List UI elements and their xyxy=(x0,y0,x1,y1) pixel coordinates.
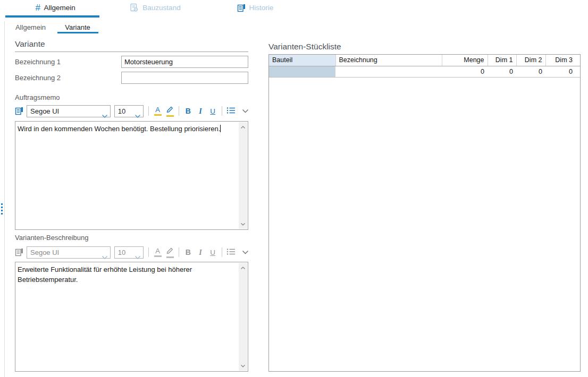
bold-button: B xyxy=(182,245,194,259)
memo-journal-icon xyxy=(15,107,23,115)
active-subtab-underline xyxy=(57,32,98,33)
bullet-list-icon xyxy=(226,248,236,257)
underline-icon: U xyxy=(210,108,215,115)
toolbar-overflow-button[interactable] xyxy=(242,251,248,254)
font-size-value: 10 xyxy=(118,107,125,115)
beschreibung-textarea[interactable]: Erweiterte Funktionalität für erhöhte Le… xyxy=(15,262,248,372)
panel-divider xyxy=(4,21,5,377)
bezeichnung2-input[interactable] xyxy=(121,72,248,84)
tab-label: Allgemein xyxy=(44,4,75,12)
bold-button[interactable]: B xyxy=(182,104,194,118)
text-caret xyxy=(220,125,221,132)
chevron-down-icon xyxy=(102,251,107,262)
tab-label: Historie xyxy=(249,4,274,12)
toolbar-overflow-button[interactable] xyxy=(242,109,248,113)
chevron-down-icon xyxy=(135,251,140,262)
tab-label: Bauzustand xyxy=(142,4,180,12)
bezeichnung2-row: Bezeichnung 2 xyxy=(15,72,248,84)
scroll-up-icon[interactable] xyxy=(239,263,247,272)
font-size-select: 10 xyxy=(114,246,144,259)
font-color-button[interactable]: A xyxy=(152,104,164,118)
underline-button[interactable]: U xyxy=(207,104,219,118)
highlight-button[interactable] xyxy=(164,104,176,118)
italic-button: I xyxy=(194,245,206,259)
font-color-icon: A xyxy=(155,106,160,113)
underline-icon: U xyxy=(210,249,215,256)
tab-historie[interactable]: Historie xyxy=(205,0,305,15)
beschreibung-toolbar: Segoe UI 10 A xyxy=(15,245,248,260)
italic-button[interactable]: I xyxy=(194,104,206,118)
scroll-down-icon[interactable] xyxy=(239,362,247,370)
font-family-value: Segoe UI xyxy=(30,249,59,256)
bezeichnung2-label: Bezeichnung 2 xyxy=(15,74,61,82)
col-header-bauteil[interactable]: Bauteil xyxy=(269,55,335,66)
cell-dim1[interactable]: 0 xyxy=(488,66,516,77)
font-family-value: Segoe UI xyxy=(30,107,59,115)
auftragsmemo-textarea[interactable]: Wird in den kommenden Wochen benötigt. B… xyxy=(15,121,248,230)
col-header-dim1[interactable]: Dim 1 xyxy=(488,55,516,66)
bullet-list-button xyxy=(225,245,237,259)
col-header-menge[interactable]: Menge xyxy=(442,55,488,66)
bezeichnung1-row: Bezeichnung 1 xyxy=(15,56,248,68)
bold-icon: B xyxy=(186,108,191,115)
journal-icon xyxy=(237,4,246,12)
top-tab-bar: # Allgemein Bauzustand xyxy=(5,0,305,15)
beschreibung-text: Erweiterte Funktionalität für erhöhte Le… xyxy=(15,262,238,371)
table-header-row: Bauteil Bezeichnung Menge Dim 1 Dim 2 Di… xyxy=(269,55,580,66)
col-header-dim3[interactable]: Dim 3 xyxy=(545,55,580,66)
document-gear-icon xyxy=(130,3,139,12)
chevron-down-icon xyxy=(135,110,140,121)
variante-panel: Variante Bezeichnung 1 Bezeichnung 2 Auf… xyxy=(15,38,248,374)
bezeichnung1-input[interactable] xyxy=(121,56,248,68)
font-size-select[interactable]: 10 xyxy=(114,105,144,117)
cell-dim3[interactable]: 0 xyxy=(545,66,580,77)
memo-scrollbar[interactable] xyxy=(239,122,247,229)
tab-bauzustand[interactable]: Bauzustand xyxy=(105,0,205,15)
cell-menge[interactable]: 0 xyxy=(442,66,488,77)
auftragsmemo-label: Auftragsmemo xyxy=(15,93,60,101)
variante-section-title: Variante xyxy=(15,39,45,49)
italic-icon: I xyxy=(199,108,201,115)
cell-bauteil[interactable] xyxy=(269,66,335,77)
bullet-list-icon xyxy=(226,107,236,116)
section-rule xyxy=(15,52,248,52)
beschreibung-label: Varianten-Beschreibung xyxy=(15,234,89,242)
bold-icon: B xyxy=(186,249,191,256)
font-color-icon: A xyxy=(155,247,160,254)
splitter-handle[interactable] xyxy=(1,203,3,216)
hash-icon: # xyxy=(35,3,40,12)
auftragsmemo-text: Wird in den kommenden Wochen benötigt. B… xyxy=(15,122,238,229)
highlight-button xyxy=(164,245,176,259)
pencil-icon xyxy=(166,247,174,255)
font-family-select: Segoe UI xyxy=(27,246,111,259)
pencil-icon xyxy=(166,106,174,114)
cell-bezeichnung[interactable] xyxy=(335,66,442,77)
auftragsmemo-toolbar: Segoe UI 10 A xyxy=(15,104,248,118)
beschreibung-scrollbar[interactable] xyxy=(239,263,247,371)
stueckliste-table: Bauteil Bezeichnung Menge Dim 1 Dim 2 Di… xyxy=(268,54,581,372)
scroll-down-icon[interactable] xyxy=(239,220,247,228)
col-header-bezeichnung[interactable]: Bezeichnung xyxy=(335,55,442,66)
col-header-dim2[interactable]: Dim 2 xyxy=(516,55,545,66)
active-tab-underline xyxy=(5,15,99,18)
bezeichnung1-label: Bezeichnung 1 xyxy=(15,58,61,66)
app-window: # Allgemein Bauzustand xyxy=(0,0,588,377)
memo-journal-icon xyxy=(15,248,23,256)
bullet-list-button[interactable] xyxy=(225,104,237,118)
italic-icon: I xyxy=(199,249,201,256)
stueckliste-section-title: Varianten-Stückliste xyxy=(268,42,341,52)
font-family-select[interactable]: Segoe UI xyxy=(27,105,111,117)
cell-dim2[interactable]: 0 xyxy=(516,66,545,77)
underline-button: U xyxy=(207,245,219,259)
font-color-button: A xyxy=(152,245,164,259)
subtab-allgemein[interactable]: Allgemein xyxy=(4,21,57,33)
table-row: 0 0 0 0 xyxy=(269,66,580,77)
scroll-up-icon[interactable] xyxy=(239,123,247,131)
tab-allgemein[interactable]: # Allgemein xyxy=(5,0,105,15)
font-size-value: 10 xyxy=(118,249,125,256)
chevron-down-icon xyxy=(102,110,107,121)
